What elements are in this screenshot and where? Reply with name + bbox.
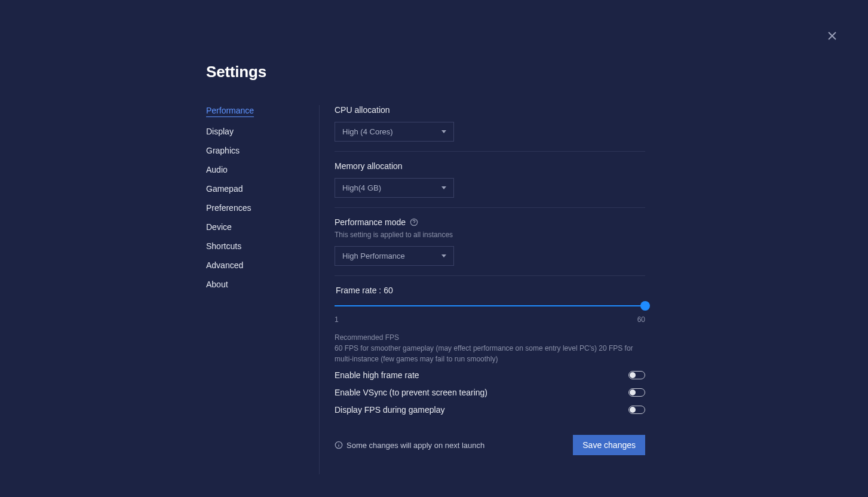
performance-mode-select[interactable]: High Performance <box>335 246 454 266</box>
frame-rate-min: 1 <box>335 315 339 324</box>
memory-allocation-value: High(4 GB) <box>342 183 381 192</box>
save-changes-button[interactable]: Save changes <box>573 435 645 455</box>
memory-allocation-label: Memory allocation <box>335 161 645 171</box>
cpu-allocation-select[interactable]: High (4 Cores) <box>335 122 454 142</box>
sidebar-item-display[interactable]: Display <box>206 127 307 136</box>
caret-down-icon <box>441 186 446 189</box>
display-fps-toggle[interactable] <box>628 406 645 414</box>
frame-rate-slider[interactable] <box>335 301 645 311</box>
slider-track-fill <box>335 305 645 306</box>
enable-vsync-label: Enable VSync (to prevent screen tearing) <box>335 388 487 397</box>
sidebar-item-device[interactable]: Device <box>206 222 307 232</box>
svg-point-1 <box>414 224 415 225</box>
page-title: Settings <box>206 63 662 81</box>
toggle-knob <box>630 407 636 413</box>
performance-mode-value: High Performance <box>342 251 405 260</box>
recommended-fps-text: 60 FPS for smoother gameplay (may effect… <box>335 343 645 364</box>
info-icon <box>335 441 343 449</box>
enable-vsync-toggle[interactable] <box>628 388 645 397</box>
caret-down-icon <box>441 130 446 133</box>
enable-high-frame-rate-toggle[interactable] <box>628 371 645 379</box>
sidebar-item-performance[interactable]: Performance <box>206 106 254 117</box>
cpu-allocation-label: CPU allocation <box>335 105 645 115</box>
frame-rate-max: 60 <box>637 315 645 324</box>
launch-notice-text: Some changes will apply on next launch <box>346 441 484 450</box>
performance-mode-helper: This setting is applied to all instances <box>335 231 645 239</box>
frame-rate-label-prefix: Frame rate : <box>336 286 384 295</box>
help-icon[interactable] <box>409 217 419 227</box>
toggle-knob <box>630 389 636 395</box>
sidebar-item-preferences[interactable]: Preferences <box>206 203 307 213</box>
caret-down-icon <box>441 254 446 257</box>
performance-mode-label: Performance mode <box>335 217 406 227</box>
sidebar-item-gamepad[interactable]: Gamepad <box>206 184 307 194</box>
toggle-knob <box>630 372 636 378</box>
settings-content: CPU allocation High (4 Cores) Memory all… <box>320 105 645 474</box>
sidebar-item-advanced[interactable]: Advanced <box>206 260 307 270</box>
enable-high-frame-rate-label: Enable high frame rate <box>335 370 419 380</box>
sidebar-item-graphics[interactable]: Graphics <box>206 146 307 155</box>
launch-notice: Some changes will apply on next launch <box>335 441 484 450</box>
frame-rate-label: Frame rate : 60 <box>336 286 645 295</box>
close-button[interactable] <box>825 29 839 43</box>
frame-rate-value: 60 <box>384 286 393 295</box>
sidebar-item-about[interactable]: About <box>206 280 307 289</box>
display-fps-label: Display FPS during gameplay <box>335 405 444 415</box>
settings-sidebar: Performance Display Graphics Audio Gamep… <box>206 105 320 474</box>
recommended-fps-title: Recommended FPS <box>335 333 645 342</box>
sidebar-item-shortcuts[interactable]: Shortcuts <box>206 241 307 251</box>
slider-thumb[interactable] <box>640 301 650 311</box>
svg-point-4 <box>339 443 339 444</box>
memory-allocation-select[interactable]: High(4 GB) <box>335 178 454 198</box>
cpu-allocation-value: High (4 Cores) <box>342 127 393 136</box>
sidebar-item-audio[interactable]: Audio <box>206 165 307 174</box>
